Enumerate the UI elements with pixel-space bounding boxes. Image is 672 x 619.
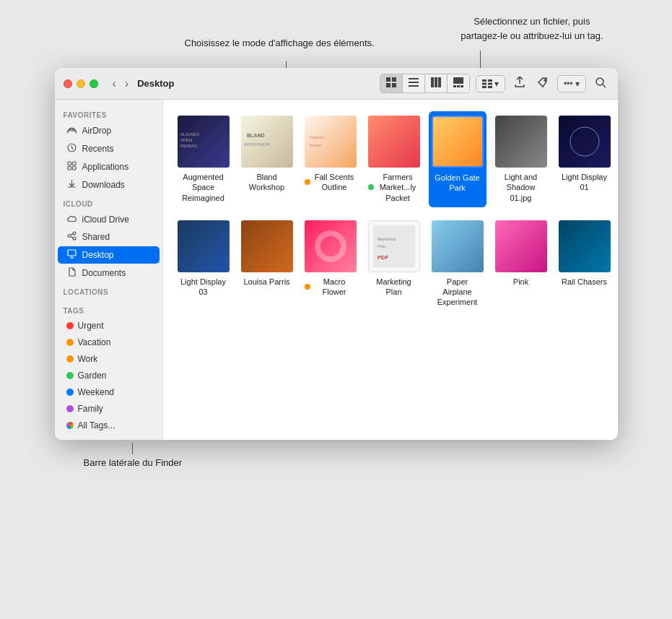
- group-button[interactable]: ▾: [476, 75, 505, 92]
- tag-family-dot: [66, 405, 74, 412]
- recents-icon: [66, 143, 78, 155]
- sidebar-item-tag-weekend[interactable]: Weekend: [58, 384, 160, 400]
- forward-button[interactable]: ›: [122, 76, 131, 92]
- sidebar-item-tag-garden[interactable]: Garden: [58, 368, 160, 384]
- thumb-display01: [559, 116, 611, 168]
- more-button[interactable]: ••• ▾: [557, 75, 586, 92]
- bottom-arrow-line: [132, 443, 133, 454]
- tag-dot-farmers: [368, 184, 374, 190]
- desktop-label: Desktop: [82, 250, 114, 260]
- search-button[interactable]: [592, 74, 609, 94]
- file-item-rail[interactable]: Rail Chasers: [556, 216, 614, 312]
- file-name: Marketing Plan: [368, 277, 420, 298]
- tag-urgent-dot: [66, 322, 74, 329]
- thumb-farmers: [368, 116, 420, 168]
- file-item-pink[interactable]: Pink: [492, 216, 550, 312]
- file-item-louisa[interactable]: Louisa Parris: [238, 216, 296, 312]
- view-list-btn[interactable]: [403, 74, 425, 92]
- sidebar-item-tag-urgent[interactable]: Urgent: [58, 318, 160, 334]
- file-item-fall[interactable]: SignatuScents Fall Scents Outline: [302, 111, 359, 207]
- svg-text:Scents: Scents: [309, 142, 323, 148]
- tag-vacation-dot: [66, 339, 74, 346]
- tag-all-label: All Tags...: [78, 420, 115, 430]
- sidebar-item-downloads[interactable]: Downloads: [58, 176, 160, 194]
- view-columns-btn[interactable]: [425, 74, 448, 92]
- tag-garden-label: Garden: [78, 371, 107, 381]
- svg-rect-48: [241, 220, 293, 272]
- file-item-macro[interactable]: Macro Flower: [302, 216, 359, 312]
- tag-weekend-dot: [66, 389, 74, 396]
- sidebar-item-tag-all[interactable]: All Tags...: [58, 417, 160, 433]
- sidebar-item-icloud-drive[interactable]: iCloud Drive: [58, 211, 160, 228]
- sidebar-item-desktop[interactable]: Desktop: [58, 246, 160, 264]
- tag-work-label: Work: [78, 354, 98, 364]
- file-item-golden[interactable]: Golden Gate Park: [429, 111, 486, 207]
- file-name-wrapper: Augmented Space Reimagined: [178, 172, 230, 203]
- close-button[interactable]: [64, 79, 72, 88]
- annotation-top-right: Sélectionnez un fichier, puis partagez-l…: [461, 14, 603, 43]
- recents-label: Recents: [82, 144, 114, 154]
- file-name: Light Display 01: [559, 172, 611, 193]
- svg-line-22: [603, 85, 606, 87]
- file-name: Pink: [513, 277, 528, 287]
- thumb-display03: [178, 220, 230, 272]
- section-favorites: Favorites: [55, 105, 162, 121]
- svg-rect-14: [482, 79, 486, 82]
- file-item-marketing[interactable]: MarketingPlanPDF Marketing Plan: [365, 216, 423, 312]
- svg-rect-10: [453, 77, 463, 84]
- svg-rect-19: [488, 86, 492, 88]
- bottom-annotation: Barre latérale du Finder: [84, 443, 183, 468]
- section-locations: Locations: [55, 282, 162, 298]
- content-area: Favorites AirDrop Recents: [55, 100, 618, 440]
- tag-button[interactable]: [534, 74, 551, 94]
- svg-rect-15: [482, 82, 486, 85]
- file-item-farmers[interactable]: Farmers Market...ly Packet: [365, 111, 423, 207]
- svg-text:SPEN: SPEN: [180, 138, 192, 142]
- tag-family-label: Family: [78, 404, 103, 414]
- svg-rect-6: [409, 85, 419, 87]
- file-name: Farmers Market...ly Packet: [376, 172, 420, 203]
- svg-text:WORKSHOP: WORKSHOP: [244, 142, 270, 147]
- sidebar-item-shared[interactable]: Shared: [58, 228, 160, 246]
- back-button[interactable]: ‹: [110, 76, 119, 92]
- file-item-display01[interactable]: Light Display 01: [556, 111, 614, 207]
- svg-rect-1: [392, 77, 396, 82]
- sidebar-item-recents[interactable]: Recents: [58, 140, 160, 157]
- sidebar-item-airdrop[interactable]: AirDrop: [58, 122, 160, 139]
- share-button[interactable]: [511, 74, 528, 94]
- thumb-fall: SignatuScents: [305, 116, 357, 168]
- airdrop-label: AirDrop: [82, 126, 112, 136]
- svg-rect-7: [431, 77, 434, 87]
- file-item-augmented[interactable]: ALIGNEDSPENREIMAG Augmented Space Reimag…: [175, 111, 232, 207]
- sidebar-item-tag-vacation[interactable]: Vacation: [58, 334, 160, 350]
- downloads-label: Downloads: [82, 180, 125, 190]
- documents-label: Documents: [82, 268, 126, 278]
- file-name: Louisa Parris: [243, 277, 289, 287]
- tag-dot-macro: [305, 284, 310, 290]
- sidebar-item-documents[interactable]: Documents: [58, 264, 160, 282]
- sidebar-item-tag-family[interactable]: Family: [58, 401, 160, 417]
- svg-point-20: [544, 79, 546, 81]
- svg-rect-8: [435, 77, 437, 87]
- minimize-button[interactable]: [77, 79, 85, 88]
- sidebar: Favorites AirDrop Recents: [55, 100, 163, 440]
- airdrop-icon: [66, 125, 78, 137]
- file-name-wrapper: Paper Airplane Experiment: [432, 277, 484, 308]
- file-name: Light and Shadow 01.jpg: [495, 172, 547, 203]
- sidebar-item-applications[interactable]: Applications: [58, 158, 160, 176]
- file-name: Golden Gate Park: [432, 172, 484, 194]
- file-item-paper[interactable]: Paper Airplane Experiment: [429, 216, 486, 312]
- tag-dot-fall: [305, 179, 310, 185]
- sidebar-item-tag-work[interactable]: Work: [58, 351, 160, 367]
- file-item-display03[interactable]: Light Display 03: [175, 216, 232, 312]
- view-icons-btn[interactable]: [380, 74, 403, 92]
- svg-text:PDF: PDF: [377, 254, 388, 260]
- file-item-bland[interactable]: BLANDWORKSHOP Bland Workshop: [238, 111, 296, 207]
- view-gallery-btn[interactable]: [448, 74, 469, 92]
- svg-rect-9: [438, 77, 441, 87]
- file-name-wrapper: Pink: [513, 277, 528, 287]
- file-name-wrapper: Light Display 03: [178, 277, 230, 298]
- svg-rect-25: [68, 162, 71, 165]
- maximize-button[interactable]: [90, 79, 98, 88]
- file-item-shadow[interactable]: Light and Shadow 01.jpg: [492, 111, 550, 207]
